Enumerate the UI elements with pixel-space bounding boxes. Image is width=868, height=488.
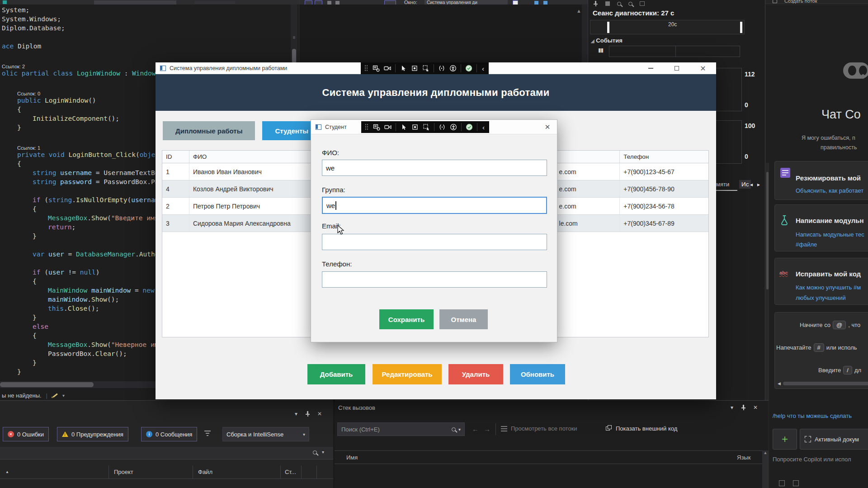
create-thread-label[interactable]: Создать поток [784, 0, 817, 4]
field-input[interactable] [322, 234, 547, 250]
column-language[interactable]: Язык [737, 454, 750, 461]
editor-tab-strip[interactable] [0, 0, 299, 5]
events-track[interactable] [609, 46, 740, 57]
record-icon[interactable] [384, 123, 392, 131]
messages-badge[interactable]: i 0 Сообщения [141, 427, 197, 441]
error-search-caret-icon[interactable]: ▾ [322, 450, 324, 455]
errorlist-close-icon[interactable]: ✕ [317, 411, 322, 417]
select-elements-icon[interactable] [422, 65, 429, 72]
errors-badge[interactable]: × 0 Ошибки [3, 427, 49, 441]
forward-arrow-icon[interactable]: → [484, 425, 491, 433]
lvt-icon-1[interactable] [305, 0, 312, 5]
threads-toolbar-cut[interactable]: Создать поток [765, 0, 868, 4]
cleanup-icon[interactable] [52, 393, 58, 398]
live-visual-tree-toolbar[interactable]: Окно: Система управления ди [299, 0, 588, 5]
lvt-icon-6[interactable] [513, 0, 518, 5]
field-input[interactable]: we [322, 160, 547, 176]
card-summarize[interactable]: Резюмировать мойОбъяснить, как работает [774, 161, 868, 200]
error-list-header[interactable]: ▲ Проект Файл Ст... [0, 465, 333, 479]
callstack-scrollbar[interactable]: ▲ [762, 450, 769, 488]
callstack-search-icon[interactable] [452, 427, 456, 431]
diag-pin-icon[interactable] [593, 1, 598, 6]
code-line[interactable]: System.Windows; [0, 14, 289, 24]
check-icon[interactable] [466, 123, 473, 131]
select-elements-icon[interactable] [423, 123, 430, 131]
active-document-chip[interactable]: Активный докум [800, 429, 868, 450]
errorlist-pin-icon[interactable] [305, 411, 310, 417]
designer-scroll-up-icon[interactable]: ▲ [576, 8, 581, 14]
view-all-threads-button[interactable]: Просмотреть все потоки [511, 425, 577, 432]
card-fix-code[interactable]: abcИсправить мой кодКак можно улучшить #… [774, 258, 868, 305]
diag-export-icon[interactable] [605, 1, 610, 6]
chevron-left-icon[interactable]: ‹ [481, 65, 485, 72]
box-icon[interactable] [411, 123, 419, 131]
check-icon[interactable] [465, 65, 472, 72]
cleanup-dropdown-icon[interactable]: ▾ [62, 393, 65, 398]
pause-icon[interactable]: ▮▮ [598, 47, 603, 53]
diag-zoom-out-icon[interactable] [628, 2, 632, 6]
errorlist-menu-icon[interactable]: ▾ [295, 411, 297, 417]
code-line[interactable] [0, 51, 289, 60]
accessibility-icon[interactable] [449, 65, 457, 72]
header-email[interactable] [548, 151, 620, 163]
callstack-menu-icon[interactable]: ▾ [731, 404, 733, 411]
dialog-debug-toolbar[interactable]: ‹ [361, 121, 489, 133]
error-search-icon[interactable] [313, 450, 317, 455]
back-arrow-icon[interactable]: ← [472, 425, 479, 433]
column-line[interactable]: Ст... [285, 469, 296, 475]
box-icon[interactable] [411, 65, 418, 72]
hot-reload-icon[interactable] [439, 123, 446, 131]
copilot-bottom-icons[interactable] [779, 480, 799, 486]
tab-usage[interactable]: Ис [739, 180, 751, 189]
lvt-icon-2[interactable] [315, 0, 322, 5]
lvt-icon-4[interactable] [335, 1, 340, 5]
card-unit-tests[interactable]: Написание модульнНаписать модульные тес#… [774, 204, 868, 251]
filter-icon[interactable] [204, 431, 211, 437]
error-filter-dropdown[interactable]: Сборка и IntelliSense ▾ [222, 427, 309, 441]
record-icon[interactable] [384, 65, 391, 72]
field-input[interactable] [322, 271, 547, 288]
chevron-left-icon[interactable]: ‹ [481, 123, 486, 131]
header-id[interactable]: ID [162, 151, 189, 163]
lvt-icon-3[interactable] [327, 1, 331, 5]
diagnostics-timeline[interactable]: 20с [590, 20, 745, 34]
code-line[interactable]: ace Diplom [0, 42, 289, 51]
dialog-close-icon[interactable]: ✕ [542, 122, 553, 133]
diag-zoom-in-icon[interactable] [617, 2, 621, 6]
cursor-icon[interactable] [400, 123, 407, 131]
hints-horizontal-scrollbar[interactable]: ◀ [778, 381, 868, 386]
code-line[interactable]: System; [0, 5, 289, 14]
callstack-column-header[interactable]: Имя Язык [335, 450, 769, 464]
column-file[interactable]: Файл [198, 469, 212, 475]
callstack-search-input[interactable]: Поиск (Ctrl+E) ▾ [337, 422, 465, 436]
lvt-icon-7[interactable] [534, 1, 538, 5]
close-button[interactable]: ✕ [690, 62, 716, 74]
app-button[interactable]: Добавить [307, 364, 365, 384]
column-name[interactable]: Имя [346, 454, 358, 461]
callstack-close-icon[interactable]: ✕ [753, 404, 758, 411]
timeline-handle-left[interactable] [607, 22, 609, 33]
tabs-scroll-left-icon[interactable]: ◂ [750, 181, 753, 188]
show-external-code-button[interactable]: Показать внешний код [616, 425, 677, 432]
accessibility-icon[interactable] [450, 123, 457, 131]
tab-theses[interactable]: Дипломные работы [163, 121, 255, 140]
app-button[interactable]: Обновить [510, 364, 565, 384]
cancel-button[interactable]: Отмена [439, 309, 488, 329]
hot-reload-icon[interactable] [438, 65, 445, 72]
sort-arrow-icon[interactable]: ▲ [5, 470, 9, 474]
tab-memory-usage[interactable]: мяти [716, 181, 729, 188]
code-line[interactable]: Diplom.Database; [0, 24, 289, 33]
maximize-button[interactable] [664, 62, 690, 74]
callstack-pin-icon[interactable] [741, 405, 746, 410]
code-line[interactable] [0, 33, 289, 42]
add-context-button[interactable]: + [773, 429, 797, 450]
minimize-button[interactable] [637, 62, 664, 74]
callstack-search-caret-icon[interactable]: ▾ [458, 427, 461, 432]
save-button[interactable]: Сохранить [379, 309, 434, 329]
copilot-input[interactable]: Попросите Copilot или испол [773, 456, 851, 463]
window-filter-dropdown[interactable]: Система управления ди [425, 0, 508, 5]
diag-chart-icon[interactable] [640, 1, 645, 6]
warnings-badge[interactable]: ! 0 Предупреждения [57, 427, 128, 441]
cursor-icon[interactable] [400, 65, 407, 72]
designer-scrollbar[interactable] [582, 5, 588, 62]
